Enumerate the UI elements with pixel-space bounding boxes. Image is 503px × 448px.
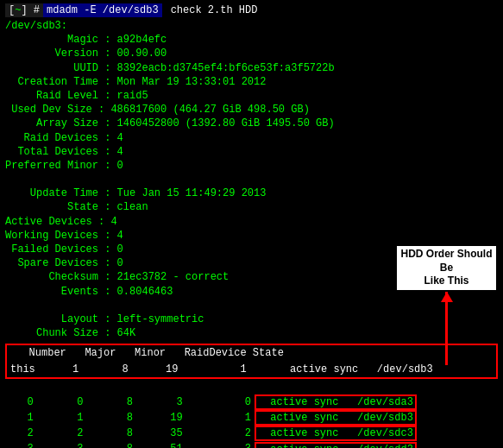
annotation-text: HDD Order Should BeLike This xyxy=(397,246,496,290)
arrow-head xyxy=(441,292,453,302)
field-magic: Magic : a92b4efc xyxy=(5,33,498,47)
field-total-devices: Total Devices : 4 xyxy=(5,145,498,159)
field-update-time: Update Time : Tue Jan 15 11:49:29 2013 xyxy=(5,186,498,200)
data-row-1: 1 1 8 19 1 active sync /dev/sdb3 xyxy=(5,410,498,426)
data-row-0: 0 0 8 3 0 active sync /dev/sda3 xyxy=(5,394,498,410)
data-row-3: 3 3 8 51 3 active sync /dev/sdd3 xyxy=(5,441,498,448)
arrow-container xyxy=(397,292,496,365)
arrow-shaft xyxy=(445,292,448,365)
command-text: mdadm -E /dev/sdb3 xyxy=(43,3,162,17)
field-working-devices: Working Devices : 4 xyxy=(5,229,498,243)
command-line: [~] # mdadm -E /dev/sdb3 check 2.th HDD xyxy=(5,3,498,17)
table-spacer xyxy=(5,379,498,394)
terminal-window: [~] # mdadm -E /dev/sdb3 check 2.th HDD … xyxy=(0,0,503,448)
annotation-container: HDD Order Should BeLike This xyxy=(397,246,496,365)
field-raid-devices: Raid Devices : 4 xyxy=(5,131,498,145)
field-uuid: UUID : 8392eacb:d3745ef4:bf6ce53f:a3f572… xyxy=(5,61,498,75)
field-version: Version : 00.90.00 xyxy=(5,47,498,60)
field-active-devices: Active Devices : 4 xyxy=(5,215,498,229)
field-preferred-minor: Preferred Minor : 0 xyxy=(5,159,498,173)
data-row-1-right: active sync /dev/sdb3 xyxy=(255,410,417,426)
field-used-dev-size: Used Dev Size : 486817600 (464.27 GiB 49… xyxy=(5,103,498,117)
field-state: State : clean xyxy=(5,200,498,214)
field-array-size: Array Size : 1460452800 (1392.80 GiB 149… xyxy=(5,117,498,130)
data-row-2: 2 2 8 35 2 active sync /dev/sdc3 xyxy=(5,426,498,441)
device-name: /dev/sdb3: xyxy=(5,19,498,33)
data-row-3-right: active sync /dev/sdd3 xyxy=(255,442,417,448)
bottom-data-rows: 0 0 8 3 0 active sync /dev/sda3 1 1 8 19… xyxy=(5,394,498,448)
field-blank1 xyxy=(5,173,498,186)
field-creation-time: Creation Time : Mon Mar 19 13:33:01 2012 xyxy=(5,75,498,89)
data-row-2-right: active sync /dev/sdc3 xyxy=(255,426,417,441)
prompt: [~] # xyxy=(5,3,43,17)
command-comment: check 2.th HDD xyxy=(171,4,258,16)
field-raid-level: Raid Level : raid5 xyxy=(5,89,498,103)
data-row-0-right: active sync /dev/sda3 xyxy=(255,394,417,410)
